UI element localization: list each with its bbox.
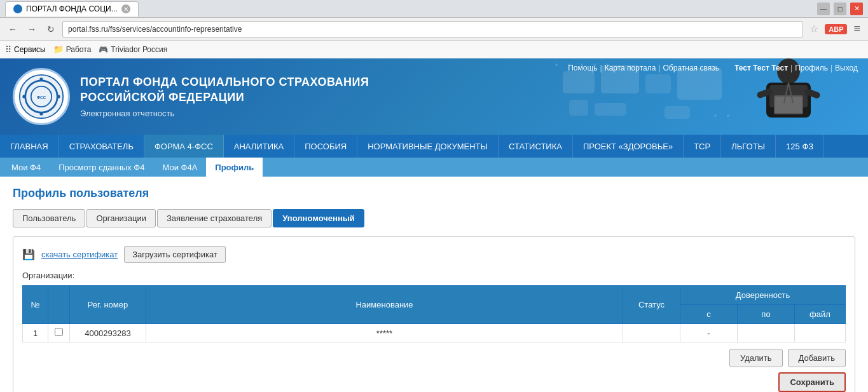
nav-lgoty[interactable]: ЛЬГОТЫ <box>721 135 776 158</box>
tab-organizatsii[interactable]: Организации <box>86 209 156 227</box>
organizations-table: № Рег. номер Наименование Статус Доверен… <box>22 285 846 342</box>
nav-125fz[interactable]: 125 ФЗ <box>776 135 824 158</box>
delete-button[interactable]: Удалить <box>729 349 783 367</box>
header-subtitle: Электронная отчетность <box>80 109 369 118</box>
tab-zayavlenie[interactable]: Заявление страхователя <box>157 209 272 227</box>
nav-tsr[interactable]: ТСР <box>684 135 721 158</box>
cell-num: 1 <box>23 324 48 342</box>
logout-link[interactable]: Выход <box>835 64 858 72</box>
close-window-button[interactable]: ✕ <box>850 3 863 15</box>
orgs-label: Организации: <box>22 271 846 280</box>
folder-icon: 📁 <box>53 44 64 54</box>
browser-tab[interactable]: ПОРТАЛ ФОНДА СОЦИ... ✕ <box>5 1 139 17</box>
th-from: с <box>680 305 738 324</box>
nav-strakhovatel[interactable]: СТРАХОВАТЕЛЬ <box>59 135 144 158</box>
upload-cert-button[interactable]: Загрузить сертификат <box>124 246 226 263</box>
tab-favicon <box>13 4 22 13</box>
content-area: Профиль пользователя Пользователь Органи… <box>0 177 868 392</box>
th-file: файл <box>795 305 846 324</box>
content-panel: 💾 скачать сертификат Загрузить сертифика… <box>13 236 855 392</box>
svg-rect-13 <box>595 103 626 116</box>
maximize-button[interactable]: □ <box>834 3 846 15</box>
tab-close-button[interactable]: ✕ <box>121 4 130 13</box>
save-disk-icon: 💾 <box>22 248 35 260</box>
cell-to <box>738 324 795 342</box>
abp-button[interactable]: АВР <box>825 24 847 34</box>
nav-zdorovye[interactable]: ПРОЕКТ «ЗДОРОВЬЕ» <box>573 135 684 158</box>
th-doveren-group: Доверенность <box>680 286 846 305</box>
th-num: № <box>23 286 48 324</box>
nav-glavnaya[interactable]: ГЛАВНАЯ <box>0 135 59 158</box>
rabota-label: Работа <box>66 45 92 54</box>
window-controls: — □ ✕ <box>817 3 863 15</box>
cell-checkbox[interactable] <box>48 324 70 342</box>
sep2: | <box>658 64 660 72</box>
browser-toolbar: ← → ↻ ☆ АВР ≡ <box>0 18 868 41</box>
sep3: | <box>790 64 792 72</box>
sub-navigation: Мои Ф4 Просмотр сданных Ф4 Мои Ф4А Профи… <box>0 158 868 177</box>
profile-link[interactable]: Профиль <box>795 64 828 72</box>
portal-logo: ФСС <box>13 68 70 125</box>
cell-status <box>623 324 680 342</box>
tab-polzovatel[interactable]: Пользователь <box>13 209 85 227</box>
action-bar: Удалить Добавить <box>22 349 846 367</box>
header-left: ФСС ПОРТАЛ ФОНДА СОЦИАЛЬНОГО СТРАХОВАНИЯ… <box>0 58 382 135</box>
svg-point-5 <box>39 112 43 115</box>
forward-button[interactable]: → <box>24 22 39 37</box>
header-user: Тест Тест Тест <box>734 64 788 72</box>
subnav-moif4a[interactable]: Мои Ф4А <box>153 158 206 177</box>
apps-bookmark[interactable]: ⠿ Сервисы <box>5 44 46 55</box>
feedback-link[interactable]: Обратная связь <box>663 64 719 72</box>
svg-rect-14 <box>665 106 690 119</box>
svg-rect-12 <box>569 100 588 116</box>
nav-posobiya[interactable]: ПОСОБИЯ <box>294 135 357 158</box>
save-button[interactable]: Сохранить <box>778 372 846 392</box>
table-row: 1 4000293283 ***** - <box>23 324 846 342</box>
nav-normativnye[interactable]: НОРМАТИВНЫЕ ДОКУМЕНТЫ <box>357 135 499 158</box>
th-status: Статус <box>623 286 680 324</box>
sitemap-link[interactable]: Карта портала <box>605 64 656 72</box>
triviador-bookmark[interactable]: 🎮 Triviador Россия <box>99 45 167 54</box>
browser-titlebar: ПОРТАЛ ФОНДА СОЦИ... ✕ — □ ✕ <box>0 0 868 18</box>
nav-analitika[interactable]: АНАЛИТИКА <box>224 135 294 158</box>
browser-menu-button[interactable]: ≡ <box>851 22 863 36</box>
header-top-links: Помощь | Карта портала | Обратная связь … <box>558 58 868 78</box>
bookmark-star-icon[interactable]: ☆ <box>807 23 821 35</box>
header-title-block: ПОРТАЛ ФОНДА СОЦИАЛЬНОГО СТРАХОВАНИЯ РОС… <box>80 75 369 118</box>
page-title: Профиль пользователя <box>13 187 855 200</box>
triviador-icon: 🎮 <box>99 45 108 54</box>
refresh-button[interactable]: ↻ <box>43 22 59 37</box>
add-button[interactable]: Добавить <box>788 349 846 367</box>
th-check <box>48 286 70 324</box>
main-navigation: ГЛАВНАЯ СТРАХОВАТЕЛЬ ФОРМА 4-ФСС АНАЛИТИ… <box>0 135 868 158</box>
apps-label: Сервисы <box>14 45 46 54</box>
row-checkbox[interactable] <box>55 328 63 336</box>
nav-statistika[interactable]: СТАТИСТИКА <box>499 135 573 158</box>
help-link[interactable]: Помощь <box>568 64 597 72</box>
save-action-bar: Сохранить <box>22 372 846 392</box>
svg-text:ФСС: ФСС <box>37 95 46 100</box>
panel-toolbar: 💾 скачать сертификат Загрузить сертифика… <box>22 246 846 263</box>
minimize-button[interactable]: — <box>817 3 830 15</box>
apps-grid-icon: ⠿ <box>5 44 11 55</box>
sep1: | <box>600 64 602 72</box>
profile-tabs: Пользователь Организации Заявление страх… <box>13 209 855 227</box>
svg-rect-26 <box>775 97 802 113</box>
header-right-area: Помощь | Карта портала | Обратная связь … <box>382 58 868 135</box>
svg-point-4 <box>39 78 43 81</box>
cell-file <box>795 324 846 342</box>
th-to: по <box>738 305 795 324</box>
cell-reg-num: 4000293283 <box>70 324 146 342</box>
rabota-bookmark[interactable]: 📁 Работа <box>53 44 92 54</box>
th-name: Наименование <box>146 286 623 324</box>
subnav-prosmotr[interactable]: Просмотр сданных Ф4 <box>50 158 153 177</box>
nav-forma4fss[interactable]: ФОРМА 4-ФСС <box>144 135 224 158</box>
back-button[interactable]: ← <box>5 22 20 37</box>
portal-header: ФСС ПОРТАЛ ФОНДА СОЦИАЛЬНОГО СТРАХОВАНИЯ… <box>0 58 868 135</box>
subnav-moif4[interactable]: Мои Ф4 <box>3 158 50 177</box>
th-reg-num: Рег. номер <box>70 286 146 324</box>
address-bar[interactable] <box>62 21 803 37</box>
download-cert-link[interactable]: скачать сертификат <box>41 250 118 259</box>
tab-upolnomochenny[interactable]: Уполномоченный <box>273 209 364 227</box>
subnav-profil[interactable]: Профиль <box>206 158 263 177</box>
